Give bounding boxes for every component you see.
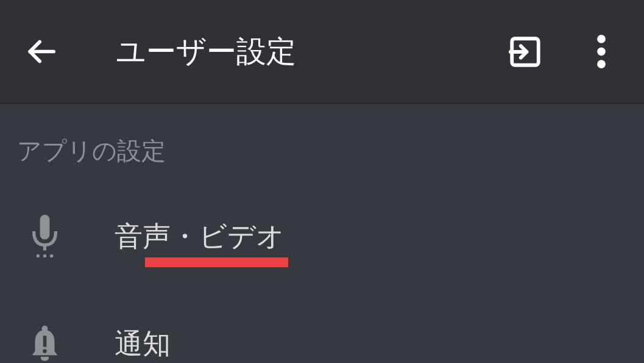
svg-point-4 <box>597 60 606 68</box>
settings-item-label: 通知 <box>115 325 171 363</box>
logout-icon <box>508 34 543 70</box>
svg-point-2 <box>597 35 606 43</box>
microphone-icon <box>17 215 72 259</box>
settings-item-voice-video[interactable]: 音声・ビデオ <box>17 201 627 272</box>
back-button[interactable] <box>18 29 64 74</box>
bell-alert-icon <box>17 322 72 363</box>
settings-content: アプリの設定 音声・ビデオ 通知 <box>0 104 644 363</box>
svg-point-3 <box>597 48 606 56</box>
svg-rect-5 <box>40 215 49 240</box>
svg-point-8 <box>43 254 46 257</box>
highlight-underline <box>145 257 288 267</box>
page-title: ユーザー設定 <box>116 32 504 72</box>
settings-item-label: 音声・ビデオ <box>115 218 285 256</box>
section-header: アプリの設定 <box>17 134 627 168</box>
app-header: ユーザー設定 <box>0 0 644 104</box>
back-arrow-icon <box>24 35 58 68</box>
more-vertical-icon <box>597 35 606 68</box>
svg-point-7 <box>36 254 39 257</box>
svg-rect-11 <box>43 336 46 347</box>
svg-point-12 <box>43 349 46 353</box>
svg-point-9 <box>50 254 53 257</box>
logout-button[interactable] <box>504 31 547 73</box>
settings-item-notifications[interactable]: 通知 <box>17 309 627 363</box>
more-options-button[interactable] <box>583 34 620 70</box>
